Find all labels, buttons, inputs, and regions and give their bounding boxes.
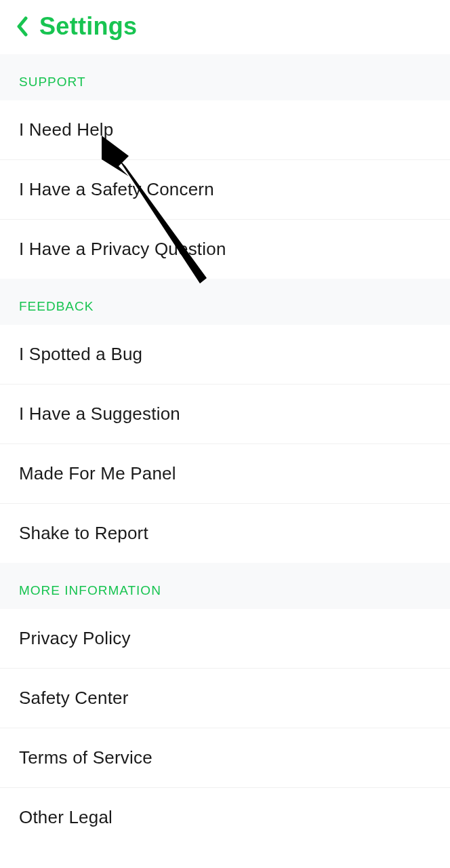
list-item-safety-concern[interactable]: I Have a Safety Concern bbox=[0, 160, 450, 220]
header: Settings bbox=[0, 0, 450, 54]
more-info-list: Privacy Policy Safety Center Terms of Se… bbox=[0, 609, 450, 847]
list-item-other-legal[interactable]: Other Legal bbox=[0, 788, 450, 847]
list-item-privacy-question[interactable]: I Have a Privacy Question bbox=[0, 220, 450, 279]
back-button[interactable] bbox=[16, 16, 28, 37]
section-header-more-info: MORE INFORMATION bbox=[0, 563, 450, 609]
list-item-made-for-me[interactable]: Made For Me Panel bbox=[0, 444, 450, 504]
list-item-shake-report[interactable]: Shake to Report bbox=[0, 504, 450, 563]
section-header-feedback: FEEDBACK bbox=[0, 279, 450, 325]
list-item-need-help[interactable]: I Need Help bbox=[0, 100, 450, 160]
support-list: I Need Help I Have a Safety Concern I Ha… bbox=[0, 100, 450, 279]
feedback-list: I Spotted a Bug I Have a Suggestion Made… bbox=[0, 325, 450, 563]
list-item-spotted-bug[interactable]: I Spotted a Bug bbox=[0, 325, 450, 384]
list-item-terms-of-service[interactable]: Terms of Service bbox=[0, 728, 450, 788]
list-item-privacy-policy[interactable]: Privacy Policy bbox=[0, 609, 450, 669]
list-item-suggestion[interactable]: I Have a Suggestion bbox=[0, 384, 450, 444]
list-item-safety-center[interactable]: Safety Center bbox=[0, 669, 450, 728]
section-header-support: SUPPORT bbox=[0, 54, 450, 100]
page-title: Settings bbox=[39, 12, 137, 41]
chevron-left-icon bbox=[16, 16, 28, 37]
